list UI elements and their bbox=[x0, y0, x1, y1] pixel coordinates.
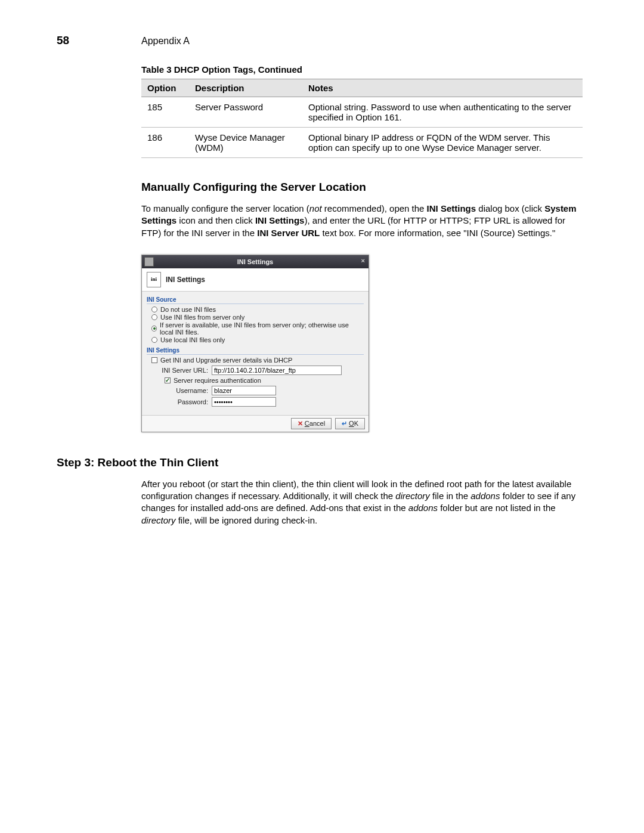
appendix-label: Appendix A bbox=[141, 36, 583, 47]
ini-file-icon: ini bbox=[147, 272, 161, 287]
text: recommended), open the bbox=[322, 203, 427, 213]
checkbox-label: Server requires authentication bbox=[174, 377, 261, 384]
section-heading-reboot: Step 3: Reboot the Thin Client bbox=[57, 456, 583, 469]
ok-label: OKOK bbox=[349, 420, 358, 427]
cell-option: 186 bbox=[141, 128, 189, 158]
cell-desc: Server Password bbox=[189, 97, 302, 128]
radio-icon[interactable] bbox=[151, 306, 157, 312]
col-description: Description bbox=[189, 79, 302, 97]
checkbox-icon[interactable] bbox=[151, 357, 157, 363]
ini-server-url-label: INI Server URL: bbox=[151, 367, 208, 374]
ini-settings-bold: INI Settings bbox=[255, 215, 305, 225]
addons-italic: addons bbox=[470, 491, 500, 501]
section2-paragraph: After you reboot (or start the thin clie… bbox=[141, 478, 583, 527]
cell-notes: Optional string. Password to use when au… bbox=[302, 97, 583, 128]
dialog-header: ini INI Settings bbox=[142, 268, 369, 292]
text: file in the bbox=[430, 491, 470, 501]
directory-italic: directory bbox=[395, 491, 430, 501]
cancel-button[interactable]: ✕ CCancelancel bbox=[291, 418, 332, 429]
table-caption: Table 3 DHCP Option Tags, Continued bbox=[141, 64, 583, 75]
text: To manually configure the server locatio… bbox=[141, 203, 309, 213]
radio-icon[interactable] bbox=[151, 326, 157, 332]
close-icon[interactable]: × bbox=[361, 257, 365, 264]
ini-server-url-input[interactable] bbox=[212, 366, 342, 375]
dialog-title-text: INI Settings bbox=[237, 258, 274, 265]
group-ini-settings: INI Settings bbox=[147, 347, 364, 355]
addons-italic: addons bbox=[408, 503, 438, 513]
not-italic: not bbox=[309, 203, 322, 213]
radio-icon[interactable] bbox=[151, 314, 157, 320]
dialog-titlebar: INI Settings × bbox=[142, 255, 369, 268]
radio-icon[interactable] bbox=[151, 337, 157, 343]
section-heading-manual-config: Manually Configuring the Server Location bbox=[141, 181, 583, 194]
section1-paragraph: To manually configure the server locatio… bbox=[141, 203, 583, 239]
radio-label: Use INI files from server only bbox=[160, 314, 244, 321]
table-header-row: Option Description Notes bbox=[141, 79, 583, 97]
username-label: Username: bbox=[151, 387, 208, 394]
cell-option: 185 bbox=[141, 97, 189, 128]
text: file, will be ignored during check-in. bbox=[176, 515, 318, 525]
password-label: Password: bbox=[151, 398, 208, 405]
dhcp-options-table: Option Description Notes 185 Server Pass… bbox=[141, 79, 583, 158]
dialog-header-text: INI Settings bbox=[166, 275, 205, 284]
group-ini-source: INI Source bbox=[147, 296, 364, 304]
text: icon and then click bbox=[177, 215, 255, 225]
checkbox-label: Get INI and Upgrade server details via D… bbox=[160, 357, 292, 364]
ok-button[interactable]: ↵ OKOK bbox=[335, 418, 365, 429]
list-item[interactable]: Use local INI files only bbox=[151, 336, 364, 343]
table-row: 185 Server Password Optional string. Pas… bbox=[141, 97, 583, 128]
text: text box. For more information, see "INI… bbox=[320, 228, 555, 238]
radio-label: Do not use INI files bbox=[160, 306, 216, 313]
auth-checkbox-row[interactable]: Server requires authentication bbox=[165, 377, 364, 384]
radio-label: If server is available, use INI files fr… bbox=[160, 321, 364, 336]
cancel-label: CCancelancel bbox=[305, 420, 325, 427]
enter-icon: ↵ bbox=[342, 420, 347, 428]
username-input[interactable] bbox=[212, 386, 276, 395]
list-item[interactable]: Do not use INI files bbox=[151, 306, 364, 313]
checkbox-icon[interactable] bbox=[165, 377, 171, 383]
ini-server-url-bold: INI Server URL bbox=[257, 228, 320, 238]
directory-italic: directory bbox=[141, 515, 176, 525]
text: dialog box (click bbox=[476, 203, 544, 213]
dialog-title-icon bbox=[144, 257, 154, 267]
col-option: Option bbox=[141, 79, 189, 97]
col-notes: Notes bbox=[302, 79, 583, 97]
dhcp-checkbox-row[interactable]: Get INI and Upgrade server details via D… bbox=[151, 357, 364, 364]
cell-notes: Optional binary IP address or FQDN of th… bbox=[302, 128, 583, 158]
text: folder but are not listed in the bbox=[438, 503, 556, 513]
list-item[interactable]: If server is available, use INI files fr… bbox=[151, 321, 364, 336]
ini-settings-bold: INI Settings bbox=[427, 203, 476, 213]
password-input[interactable] bbox=[212, 397, 276, 407]
cell-desc: Wyse Device Manager (WDM) bbox=[189, 128, 302, 158]
list-item[interactable]: Use INI files from server only bbox=[151, 314, 364, 321]
radio-label: Use local INI files only bbox=[160, 336, 225, 343]
ini-settings-dialog: INI Settings × ini INI Settings INI Sour… bbox=[141, 255, 369, 432]
page-number: 58 bbox=[57, 34, 69, 47]
x-icon: ✕ bbox=[298, 420, 303, 428]
table-row: 186 Wyse Device Manager (WDM) Optional b… bbox=[141, 128, 583, 158]
